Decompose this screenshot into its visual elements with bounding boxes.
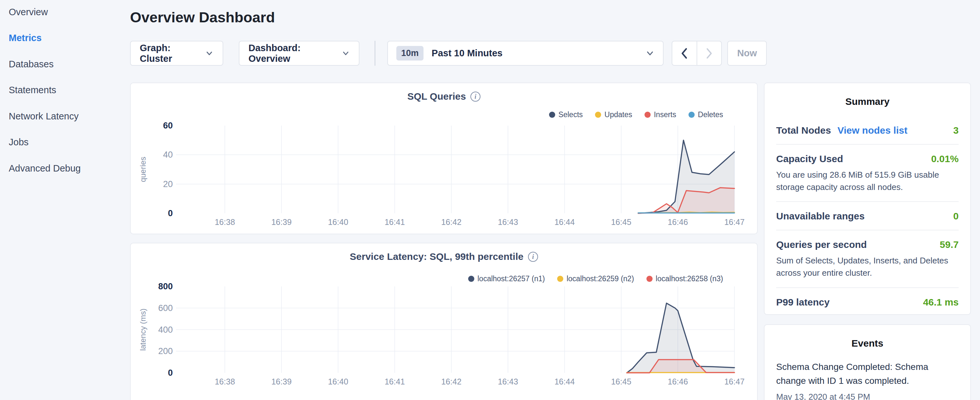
- svg-text:600: 600: [158, 303, 173, 313]
- sidebar-item-overview[interactable]: Overview: [0, 0, 122, 25]
- summary-row-value: 0.01%: [931, 153, 959, 164]
- summary-row-label: Queries per second: [776, 239, 867, 250]
- chart-title-row: Service Latency: SQL, 99th percentile i: [131, 251, 757, 262]
- summary-row-description: Sum of Selects, Updates, Inserts, and De…: [776, 255, 959, 279]
- time-range-badge: 10m: [396, 46, 423, 61]
- time-step-back-button[interactable]: [672, 41, 697, 65]
- chevron-down-icon: [646, 49, 654, 58]
- svg-text:0: 0: [168, 368, 173, 378]
- info-icon[interactable]: i: [471, 92, 480, 102]
- page-title: Overview Dashboard: [130, 8, 275, 27]
- service-latency-chart-card: Service Latency: SQL, 99th percentile i …: [130, 243, 758, 400]
- events-panel-title: Events: [776, 338, 959, 349]
- now-button-label: Now: [737, 48, 757, 59]
- sql-queries-chart[interactable]: 16:3816:3916:4016:4116:4216:4316:4416:45…: [131, 117, 758, 230]
- svg-text:16:43: 16:43: [498, 217, 518, 226]
- summary-row-value: 59.7: [940, 239, 959, 250]
- sidebar-item-databases[interactable]: Databases: [0, 51, 122, 77]
- controls-divider: [375, 41, 375, 66]
- svg-text:40: 40: [163, 150, 173, 159]
- svg-text:800: 800: [158, 282, 173, 291]
- svg-text:16:39: 16:39: [272, 217, 292, 226]
- chevron-right-icon: [706, 48, 713, 59]
- info-icon[interactable]: i: [528, 252, 538, 262]
- events-panel: Events Schema Change Completed: Schema c…: [764, 324, 971, 400]
- svg-text:16:38: 16:38: [215, 217, 235, 226]
- summary-row-value: 0: [953, 211, 959, 222]
- metrics-page: OverviewMetricsDatabasesStatementsNetwor…: [0, 0, 980, 400]
- chevron-down-icon: [205, 49, 213, 57]
- sidebar: OverviewMetricsDatabasesStatementsNetwor…: [0, 0, 122, 400]
- sidebar-nav-list: OverviewMetricsDatabasesStatementsNetwor…: [0, 0, 122, 182]
- event-item: Schema Change Completed: Schema change w…: [776, 360, 959, 400]
- summary-row: Total NodesView nodes list3: [776, 116, 959, 145]
- sidebar-item-advanced-debug[interactable]: Advanced Debug: [0, 155, 122, 182]
- dashboard-dropdown[interactable]: Dashboard: Overview: [239, 41, 360, 66]
- svg-text:queries: queries: [138, 157, 147, 182]
- svg-text:latency (ms): latency (ms): [138, 308, 147, 351]
- time-range-label: Past 10 Minutes: [431, 48, 503, 59]
- svg-text:16:40: 16:40: [328, 217, 348, 226]
- summary-rows: Total NodesView nodes list3Capacity Used…: [776, 116, 959, 316]
- summary-row-description: You are using 28.6 MiB of 515.9 GiB usab…: [776, 169, 959, 193]
- view-nodes-list-link[interactable]: View nodes list: [837, 125, 907, 136]
- event-timestamp: May 13, 2020 at 4:45 PM: [776, 392, 959, 400]
- graph-scope-dropdown-label: Graph: Cluster: [140, 43, 205, 64]
- dashboard-dropdown-label: Dashboard: Overview: [248, 43, 342, 64]
- svg-text:16:46: 16:46: [668, 217, 688, 226]
- summary-row-value: 46.1 ms: [923, 297, 959, 308]
- svg-text:16:45: 16:45: [611, 217, 632, 226]
- summary-panel: Summary Total NodesView nodes list3Capac…: [764, 83, 971, 315]
- svg-text:16:46: 16:46: [668, 377, 688, 386]
- svg-text:16:38: 16:38: [215, 377, 235, 386]
- time-step-buttons: [672, 41, 722, 66]
- chevron-left-icon: [681, 48, 688, 59]
- svg-text:16:44: 16:44: [555, 217, 575, 226]
- sql-queries-chart-title: SQL Queries: [407, 91, 466, 102]
- summary-row-label: Unavailable ranges: [776, 211, 864, 222]
- svg-text:16:47: 16:47: [724, 217, 745, 226]
- svg-text:20: 20: [163, 179, 173, 189]
- summary-row: Queries per second59.7Sum of Selects, Up…: [776, 230, 959, 288]
- svg-text:400: 400: [158, 325, 173, 335]
- time-step-forward-button[interactable]: [697, 41, 721, 65]
- summary-row-value: 3: [953, 125, 959, 136]
- svg-text:16:42: 16:42: [441, 217, 462, 226]
- sidebar-item-statements[interactable]: Statements: [0, 77, 122, 104]
- summary-row: P99 latency46.1 ms: [776, 288, 959, 316]
- svg-text:16:39: 16:39: [272, 377, 292, 386]
- svg-text:16:41: 16:41: [385, 217, 405, 226]
- svg-text:16:42: 16:42: [441, 377, 462, 386]
- svg-text:16:43: 16:43: [498, 377, 518, 386]
- sql-queries-chart-card: SQL Queries i SelectsUpdatesInsertsDelet…: [130, 83, 758, 234]
- summary-row-label: Capacity Used: [776, 153, 843, 164]
- chart-title-row: SQL Queries i: [131, 91, 757, 102]
- service-latency-chart-title: Service Latency: SQL, 99th percentile: [350, 251, 523, 262]
- svg-text:60: 60: [163, 121, 173, 131]
- sidebar-item-jobs[interactable]: Jobs: [0, 129, 122, 156]
- svg-text:16:40: 16:40: [328, 377, 348, 386]
- events-list: Schema Change Completed: Schema change w…: [776, 360, 959, 400]
- controls-row: Graph: Cluster Dashboard: Overview 10m P…: [130, 41, 767, 66]
- summary-row-label: Total Nodes: [776, 125, 831, 136]
- svg-text:200: 200: [158, 346, 173, 356]
- graph-scope-dropdown[interactable]: Graph: Cluster: [130, 41, 223, 66]
- summary-row-label: P99 latency: [776, 297, 830, 308]
- sidebar-item-metrics[interactable]: Metrics: [0, 25, 122, 51]
- svg-text:16:45: 16:45: [611, 377, 632, 386]
- summary-row: Unavailable ranges0: [776, 202, 959, 230]
- summary-panel-title: Summary: [776, 96, 959, 107]
- svg-text:16:44: 16:44: [555, 377, 575, 386]
- service-latency-chart[interactable]: 16:3816:3916:4016:4116:4216:4316:4416:45…: [131, 276, 758, 392]
- summary-row: Capacity Used0.01%You are using 28.6 MiB…: [776, 145, 959, 202]
- svg-text:16:41: 16:41: [385, 377, 405, 386]
- chevron-down-icon: [342, 49, 350, 57]
- event-text: Schema Change Completed: Schema change w…: [776, 360, 959, 388]
- now-button[interactable]: Now: [727, 41, 767, 66]
- svg-text:16:47: 16:47: [724, 377, 745, 386]
- time-range-selector[interactable]: 10m Past 10 Minutes: [387, 41, 663, 66]
- svg-text:0: 0: [168, 209, 173, 218]
- sidebar-item-network-latency[interactable]: Network Latency: [0, 103, 122, 129]
